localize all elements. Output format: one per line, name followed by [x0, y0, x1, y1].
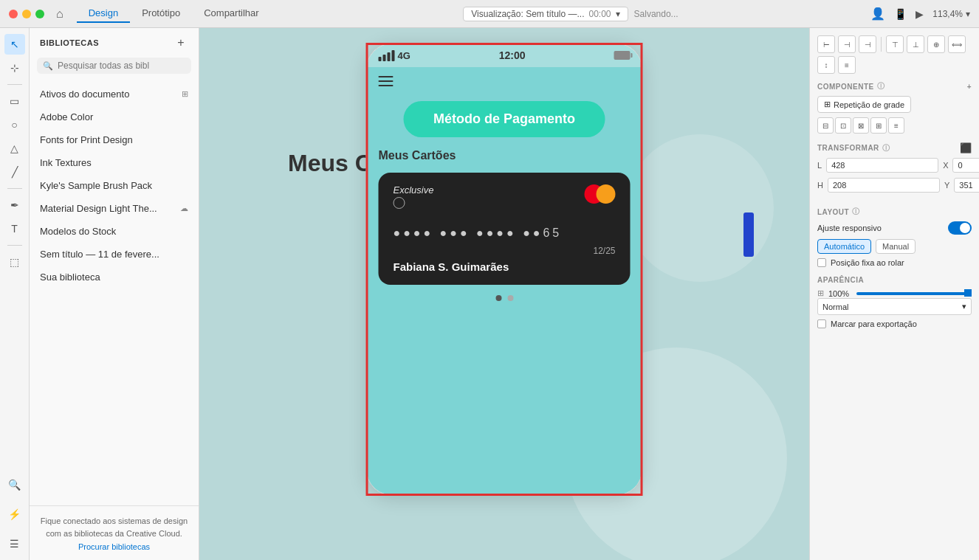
opacity-thumb[interactable] — [964, 289, 972, 297]
library-item-modelos-stock[interactable]: Modelos do Stock — [30, 220, 199, 243]
procurar-bibliotecas-link[interactable]: Procurar bibliotecas — [40, 542, 188, 551]
tab-compartilhar[interactable]: Compartilhar — [192, 4, 270, 23]
libraries-title: BIBLIOTECAS — [40, 38, 99, 47]
home-icon[interactable]: ⌂ — [56, 7, 63, 21]
marcar-exportacao-row: Marcar para exportação — [817, 319, 972, 328]
component-info-icon[interactable]: ⓘ — [877, 81, 885, 91]
mobile-icon[interactable]: 📱 — [894, 8, 907, 20]
library-item-fonts-print[interactable]: Fonts for Print Design — [30, 128, 199, 151]
comp-icon-3[interactable]: ⊠ — [853, 117, 869, 134]
comp-icon-5[interactable]: ≡ — [888, 117, 904, 134]
library-item-adobe-color[interactable]: Adobe Color — [30, 106, 199, 128]
signal-bars — [379, 50, 395, 61]
right-panel: ⊢ ⊣ ⊣ ⊤ ⊥ ⊕ ⟺ ↕ ≡ COMPONENTE ⓘ + ⊞ Repet… — [809, 28, 979, 560]
align-top-button[interactable]: ⊤ — [886, 35, 904, 53]
layout-section-title: LAYOUT ⓘ — [817, 207, 972, 217]
tool-search[interactable]: 🔍 — [4, 474, 25, 495]
dot-1[interactable] — [495, 295, 501, 301]
library-item-sem-titulo[interactable]: Sem título — 11 de fevere... — [30, 243, 199, 266]
automatico-button[interactable]: Automático — [817, 239, 871, 254]
tab-prototipo[interactable]: Protótipo — [130, 4, 192, 23]
align-center-h-button[interactable]: ⊣ — [838, 35, 856, 53]
hamburger-line-2 — [379, 80, 394, 82]
tool-polygon[interactable]: △ — [4, 138, 25, 159]
y-value-input[interactable] — [954, 178, 979, 193]
hamburger-menu[interactable] — [379, 76, 631, 86]
posicao-fixa-checkbox[interactable] — [817, 258, 826, 267]
user-icon[interactable]: 👤 — [870, 7, 885, 21]
main-layout: ↖ ⊹ ▭ ○ △ ╱ ✒ T ⬚ 🔍 ⚡ ☰ BIBLIOTECAS + 🔍 … — [0, 28, 979, 560]
blend-mode-select[interactable]: Normal ▾ — [817, 298, 972, 315]
window-title: Visualização: Sem título —... — [471, 9, 584, 19]
payment-method-button[interactable]: Método de Pagamento — [404, 101, 605, 137]
l-value-input[interactable] — [826, 158, 938, 173]
dropdown-arrow-icon: ▾ — [962, 302, 966, 311]
dot-2[interactable] — [507, 295, 513, 301]
saving-status: Salvando... — [634, 9, 679, 19]
minimize-button[interactable] — [22, 10, 31, 18]
component-add-button[interactable]: + — [967, 83, 972, 91]
close-button[interactable] — [9, 10, 18, 18]
tool-assets[interactable]: ☰ — [4, 533, 25, 554]
tool-ellipse[interactable]: ○ — [4, 114, 25, 135]
scroll-marker-right — [743, 212, 754, 257]
tool-text[interactable]: T — [4, 218, 25, 239]
tool-select[interactable]: ⊹ — [4, 58, 25, 78]
grid-icon: ⊞ — [824, 100, 831, 109]
tool-pen[interactable]: ✒ — [4, 195, 25, 215]
tool-cursor[interactable]: ↖ — [4, 34, 25, 55]
align-right-button[interactable]: ⊣ — [859, 35, 876, 53]
more-options-button[interactable]: ≡ — [838, 56, 856, 74]
align-bottom-button[interactable]: ⊕ — [927, 35, 945, 53]
transform-section: TRANSFORMAR ⓘ ⬛ L X ↻ H Y ⟺ ↕ — [817, 142, 972, 198]
library-search-box[interactable]: 🔍 — [37, 58, 191, 74]
nav-tabs: Design Protótipo Compartilhar — [77, 4, 271, 23]
add-library-button[interactable]: + — [174, 35, 188, 50]
distribute-h-button[interactable]: ⟺ — [948, 35, 966, 53]
library-item-sua-biblioteca[interactable]: Sua biblioteca — [30, 266, 199, 288]
search-input[interactable] — [58, 61, 185, 71]
h-value-input[interactable] — [828, 178, 940, 193]
comp-icon-2[interactable]: ⊡ — [835, 117, 851, 134]
zoom-control[interactable]: 113,4% ▾ — [932, 9, 970, 19]
x-label: X — [943, 161, 948, 170]
opacity-slider[interactable] — [856, 292, 972, 295]
opacity-icon: ⊞ — [817, 288, 824, 298]
tab-design[interactable]: Design — [77, 4, 130, 23]
ajuste-responsivo-toggle[interactable] — [948, 221, 972, 235]
library-item-ink-textures[interactable]: Ink Textures — [30, 151, 199, 174]
card-header: Exclusive — [394, 184, 616, 209]
tool-plugins[interactable]: ⚡ — [4, 504, 25, 525]
card-mastercard-logo — [585, 184, 616, 204]
fullscreen-button[interactable] — [35, 10, 44, 18]
decorative-blob-2 — [626, 134, 774, 282]
library-item-ativos[interactable]: Ativos do documento ⊞ — [30, 83, 199, 106]
align-center-v-button[interactable]: ⊥ — [907, 35, 924, 53]
marcar-exportacao-checkbox[interactable] — [817, 319, 826, 328]
library-item-material-design[interactable]: Material Design Light The... ☁ — [30, 197, 199, 220]
blend-mode-row: Normal ▾ — [817, 298, 972, 315]
tool-line[interactable]: ╱ — [4, 162, 25, 182]
x-value-input[interactable] — [952, 158, 979, 173]
transform-info-icon[interactable]: ⓘ — [882, 143, 890, 153]
manual-button[interactable]: Manual — [876, 239, 916, 254]
layout-info-icon[interactable]: ⓘ — [852, 207, 860, 217]
canvas-area[interactable]: Meus C — [199, 28, 809, 560]
toolbar-separator-1 — [881, 37, 882, 52]
signal-bar-4 — [392, 50, 395, 61]
tool-camera[interactable]: ⬚ — [4, 252, 25, 272]
chevron-down-icon[interactable]: ▾ — [616, 9, 620, 19]
comp-icon-1[interactable]: ⊟ — [817, 117, 834, 134]
chevron-zoom-icon[interactable]: ▾ — [966, 9, 970, 19]
card-holder: Fabiana S. Guimarães — [394, 260, 616, 273]
component-actions: ⊞ Repetição de grade — [817, 96, 972, 113]
grid-repeat-button[interactable]: ⊞ Repetição de grade — [817, 96, 911, 113]
align-left-button[interactable]: ⊢ — [817, 35, 835, 53]
library-item-brush-pack[interactable]: Kyle's Sample Brush Pack — [30, 174, 199, 197]
distribute-v-button[interactable]: ↕ — [817, 56, 835, 74]
3d-transform-icon[interactable]: ⬛ — [960, 142, 972, 153]
play-icon[interactable]: ▶ — [916, 8, 924, 20]
card-globe-icon — [394, 197, 405, 209]
comp-icon-4[interactable]: ⊞ — [870, 117, 887, 134]
tool-rectangle[interactable]: ▭ — [4, 91, 25, 111]
